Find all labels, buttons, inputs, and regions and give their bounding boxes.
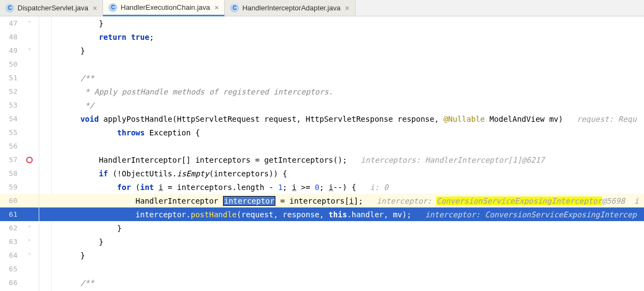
tab-1[interactable]: CHandlerExecutionChain.java× [103, 0, 225, 16]
editor: 47⌃4849⌃50515253545556575859606162⌃63⌃64… [0, 16, 644, 291]
gutter-row[interactable]: 57 [0, 153, 39, 167]
token: (!ObjectUtils. [108, 169, 177, 178]
gutter-row[interactable]: 60 [0, 194, 39, 207]
close-icon[interactable]: × [344, 4, 350, 13]
gutter-row[interactable]: 62⌃ [0, 221, 39, 235]
tab-label: DispatcherServlet.java [17, 4, 88, 12]
gutter-row[interactable]: 54 [0, 112, 39, 126]
token: --) { [333, 183, 370, 192]
code-line[interactable]: /** [39, 276, 644, 289]
line-number: 63 [0, 237, 20, 246]
code-line[interactable]: } [39, 235, 644, 248]
indent [44, 156, 99, 164]
token: i [349, 197, 353, 205]
token: if [99, 169, 108, 178]
indent [44, 169, 99, 178]
token: HandlerInterceptor[] interceptors = getI… [99, 156, 360, 164]
code-line[interactable]: interceptor.postHandle(request, response… [39, 207, 644, 221]
token: } [99, 237, 103, 246]
code-line[interactable]: HandlerInterceptor[] interceptors = getI… [39, 153, 644, 167]
code-area[interactable]: } return true; } /** * Apply postHandle … [39, 16, 644, 291]
token: ]; [354, 197, 377, 205]
code-line[interactable] [39, 139, 644, 153]
marker-column: ⌃ [20, 20, 39, 27]
code-line[interactable]: } [39, 221, 644, 235]
line-number: 57 [0, 156, 20, 164]
line-number: 56 [0, 142, 20, 150]
token: ; [149, 33, 154, 41]
indent [44, 237, 99, 246]
line-number: 61 [0, 210, 20, 218]
gutter-row[interactable]: 61 [0, 207, 39, 221]
close-icon[interactable]: × [92, 4, 98, 13]
fold-icon[interactable]: ⌃ [28, 252, 32, 259]
token: Exception { [145, 128, 200, 137]
token: return true [99, 33, 149, 41]
fold-icon[interactable]: ⌃ [28, 47, 32, 54]
indent [44, 210, 136, 219]
line-number: 58 [0, 169, 20, 177]
gutter-row[interactable]: 55 [0, 126, 39, 139]
code-line[interactable]: /** [39, 71, 644, 85]
code-line[interactable]: } [39, 44, 644, 57]
gutter-row[interactable]: 63⌃ [0, 235, 39, 248]
token: throws [117, 128, 145, 137]
gutter-row[interactable]: 56 [0, 139, 39, 153]
code-line[interactable]: */ [39, 98, 644, 112]
code-line[interactable]: * Apply postHandle methods of registered… [39, 85, 644, 98]
code-line[interactable]: return true; [39, 30, 644, 44]
indent [44, 33, 99, 41]
close-icon[interactable]: × [213, 3, 220, 12]
gutter-row[interactable]: 53 [0, 98, 39, 112]
code-line[interactable]: HandlerInterceptor interceptor = interce… [39, 194, 644, 207]
token: ; [320, 183, 329, 192]
token: ModelAndView mv) [485, 115, 577, 123]
gutter-row[interactable]: 51 [0, 71, 39, 85]
tab-0[interactable]: CDispatcherServlet.java× [0, 0, 103, 16]
gutter-row[interactable]: 49⌃ [0, 44, 39, 57]
tab-2[interactable]: CHandlerInterceptorAdapter.java× [225, 0, 355, 16]
code-line[interactable] [39, 262, 644, 276]
code-line[interactable]: for (int i = interceptors.length - 1; i … [39, 180, 644, 194]
gutter-row[interactable]: 66 [0, 276, 39, 289]
token: interceptor: ConversionServiceExposingIn… [425, 210, 637, 219]
gutter-row[interactable]: 58 [0, 167, 39, 180]
tab-label: HandlerInterceptorAdapter.java [242, 4, 340, 12]
code-line[interactable]: } [39, 248, 644, 262]
gutter-row[interactable]: 59 [0, 180, 39, 194]
token: * Apply postHandle methods of registered… [80, 87, 333, 96]
fold-icon[interactable]: ⌃ [28, 224, 32, 231]
code-line[interactable]: void applyPostHandle(HttpServletRequest … [39, 112, 644, 126]
line-number: 52 [0, 87, 20, 96]
gutter-row[interactable]: 52 [0, 85, 39, 98]
fold-icon[interactable]: ⌃ [28, 238, 32, 245]
gutter-row[interactable]: 47⌃ [0, 16, 39, 30]
token: interceptor: [377, 197, 437, 205]
code-line[interactable]: if (!ObjectUtils.isEmpty(interceptors)) … [39, 167, 644, 180]
gutter-row[interactable]: 48 [0, 30, 39, 44]
indent [44, 101, 80, 110]
gutter-row[interactable]: 50 [0, 57, 39, 71]
line-number: 51 [0, 74, 20, 82]
fold-icon[interactable]: ⌃ [28, 20, 32, 27]
line-number: 55 [0, 128, 20, 136]
token: } [117, 224, 122, 233]
token: ; [282, 183, 292, 192]
line-number: 47 [0, 19, 20, 27]
gutter-row[interactable]: 64⌃ [0, 248, 39, 262]
token: (interceptors)) { [209, 169, 287, 178]
code-line[interactable]: throws Exception { [39, 126, 644, 139]
code-line[interactable]: } [39, 16, 644, 30]
code-line[interactable] [39, 57, 644, 71]
token: ConversionServiceExposingInterceptor [436, 197, 601, 205]
indent [44, 115, 80, 123]
line-number: 62 [0, 224, 20, 232]
gutter-row[interactable]: 65 [0, 262, 39, 276]
token: } [99, 19, 103, 28]
marker-column: ⌃ [20, 238, 39, 245]
breakpoint-icon[interactable] [26, 157, 33, 163]
token: i: 0 [370, 183, 389, 192]
token: } [80, 251, 85, 260]
indent [44, 46, 80, 55]
token: interceptor [223, 196, 276, 206]
